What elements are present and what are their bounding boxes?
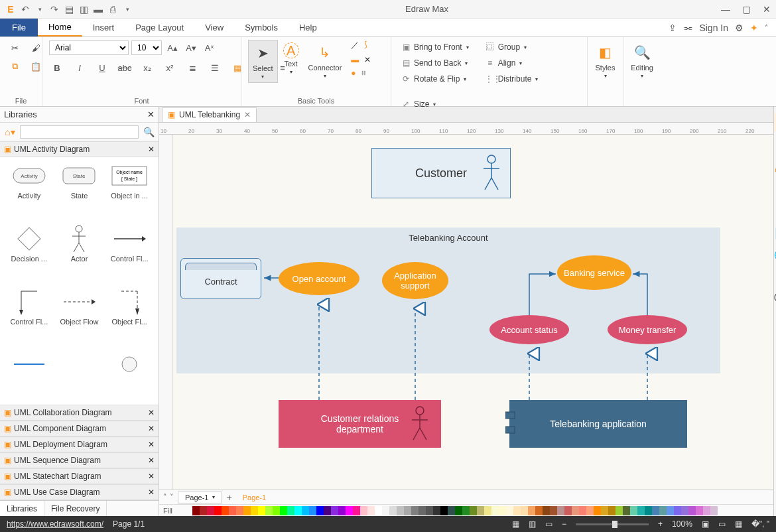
page-down-icon[interactable]: ˅	[170, 493, 174, 501]
tab-insert[interactable]: Insert	[82, 19, 125, 36]
tab-page-layout[interactable]: Page Layout	[125, 19, 194, 36]
shape-object-flow[interactable]: Object Flow	[56, 289, 103, 345]
shape-control-flow[interactable]: Control Fl...	[105, 226, 153, 282]
group-button[interactable]: ⿴Group▾	[482, 40, 541, 54]
node-app-support[interactable]: Application support	[382, 262, 448, 299]
library-search-input[interactable]	[20, 125, 139, 139]
page-tab[interactable]: Page-1▾	[178, 492, 222, 503]
canvas[interactable]: Customer Telebanking Account Contract Op…	[172, 135, 773, 490]
rotate-flip[interactable]: ⟳Rotate & Flip▾	[398, 72, 472, 86]
tab-view[interactable]: View	[194, 19, 234, 36]
undo-icon[interactable]: ↶	[20, 4, 31, 15]
shape-initial[interactable]	[105, 351, 153, 399]
distribute-button[interactable]: ⋮⋮Distribute▾	[482, 72, 541, 86]
copy-icon[interactable]: ⧉	[7, 58, 23, 74]
add-page-button[interactable]: +	[222, 492, 235, 503]
node-cust-relations[interactable]: Customer relations department	[279, 400, 441, 448]
collapse-ribbon-icon[interactable]: ˄	[765, 24, 768, 31]
align-button[interactable]: ≡Align▾	[482, 56, 541, 70]
view-normal-icon[interactable]: ▦	[512, 519, 519, 529]
styles-button[interactable]: ◧ Styles▾	[594, 40, 616, 82]
color-swatches[interactable]	[192, 506, 773, 515]
bring-to-front[interactable]: ▣Bring to Front▾	[398, 40, 472, 54]
libs-tab-recovery[interactable]: File Recovery	[44, 501, 107, 516]
line-shape-icon[interactable]: ／	[351, 40, 359, 51]
strike-button[interactable]: abc	[117, 60, 133, 76]
section-sequence[interactable]: ▣UML Sequence Diagram✕	[0, 452, 159, 468]
region-telebanking[interactable]: Telebanking Account	[176, 228, 720, 373]
gear-icon[interactable]: ⚙	[735, 23, 744, 33]
shape-hline[interactable]	[5, 351, 53, 399]
grid-icon[interactable]: ▦	[735, 519, 742, 529]
doc-tab[interactable]: ▣ UML Telebanking ✕	[162, 107, 257, 122]
superscript-button[interactable]: x²	[162, 60, 178, 76]
underline-button[interactable]: U	[94, 60, 110, 76]
search-icon[interactable]: 🔍	[141, 127, 156, 137]
section-uml-activity[interactable]: ▣UML Activity Diagram ✕	[0, 141, 159, 157]
format-painter-icon[interactable]: 🖌	[28, 40, 44, 56]
open-file-icon[interactable]: ▥	[78, 4, 89, 15]
decrease-font-icon[interactable]: A▾	[183, 40, 199, 56]
clear-format-icon[interactable]: Aˣ	[202, 40, 218, 56]
new-file-icon[interactable]: ▤	[64, 4, 74, 15]
shape-actor[interactable]: Actor	[56, 226, 103, 282]
qat-dropdown-icon[interactable]: ▾	[34, 4, 45, 15]
line-spacing-icon[interactable]: ≣	[184, 60, 200, 76]
section-statechart[interactable]: ▣UML Statechart Diagram✕	[0, 468, 159, 484]
editing-button[interactable]: 🔍 Editing▾	[630, 40, 654, 82]
bullets-icon[interactable]: ☰	[207, 60, 223, 76]
tab-home[interactable]: Home	[38, 19, 82, 36]
connector-tool[interactable]: ↳ Connector▾	[304, 40, 346, 82]
minimize-button[interactable]: —	[721, 4, 730, 15]
ellipse-shape-icon[interactable]: ●	[351, 68, 356, 78]
node-account-status[interactable]: Account status	[489, 315, 569, 344]
subscript-button[interactable]: x₂	[139, 60, 155, 76]
redo-icon[interactable]: ↷	[49, 4, 60, 15]
font-name-select[interactable]: Arial	[49, 40, 129, 55]
page-up-icon[interactable]: ˄	[163, 493, 167, 501]
fit-width-icon[interactable]: ▭	[718, 519, 726, 529]
node-customer[interactable]: Customer	[371, 148, 511, 198]
cut-icon[interactable]: ✂	[7, 40, 23, 56]
increase-font-icon[interactable]: A▴	[164, 40, 180, 56]
shape-decision[interactable]: Decision ...	[5, 226, 53, 282]
zoom-in-button[interactable]: +	[658, 519, 663, 529]
doc-tab-close-icon[interactable]: ✕	[244, 110, 251, 119]
node-open-account[interactable]: Open account	[279, 262, 359, 295]
export-icon[interactable]: ⇪	[669, 23, 677, 33]
section-close-icon[interactable]: ✕	[148, 145, 155, 154]
rect-shape-icon[interactable]: ▬	[351, 55, 359, 64]
zoom-slider[interactable]	[576, 523, 649, 525]
share-icon[interactable]: ⫘	[683, 23, 692, 33]
node-tele-app[interactable]: Telebanking application	[509, 400, 687, 448]
shape-activity[interactable]: ActivityActivity	[5, 163, 53, 219]
select-tool[interactable]: ➤ Select▾	[248, 40, 278, 83]
section-usecase[interactable]: ▣UML Use Case Diagram✕	[0, 484, 159, 500]
shape-control-flow2[interactable]: Control Fl...	[5, 289, 53, 345]
view-full-icon[interactable]: ▭	[545, 519, 552, 529]
sign-in-link[interactable]: Sign In	[699, 23, 728, 33]
shape-object[interactable]: Object name[ State ]Object in ...	[105, 163, 153, 219]
status-url[interactable]: https://www.edrawsoft.com/	[7, 519, 103, 529]
print-icon[interactable]: ⎙	[107, 4, 118, 15]
file-tab[interactable]: File	[0, 19, 38, 36]
home-icon[interactable]: ⌂▾	[3, 127, 17, 137]
shape-vline[interactable]	[56, 351, 103, 399]
send-to-back[interactable]: ▤Send to Back▾	[398, 56, 472, 70]
crop2-icon[interactable]: ⌗	[361, 68, 366, 78]
arc-shape-icon[interactable]: ⟆	[364, 40, 367, 51]
maximize-button[interactable]: ▢	[742, 4, 751, 15]
paste-icon[interactable]: 📋	[28, 58, 44, 74]
apps-icon[interactable]: ✦	[750, 23, 758, 33]
italic-button[interactable]: I	[72, 60, 88, 76]
node-money-transfer[interactable]: Money transfer	[608, 315, 687, 344]
tab-help[interactable]: Help	[289, 19, 328, 36]
save-icon[interactable]: ▬	[93, 4, 103, 15]
section-component[interactable]: ▣UML Component Diagram✕	[0, 421, 159, 436]
fit-page-icon[interactable]: ▣	[702, 519, 709, 529]
libs-tab-libraries[interactable]: Libraries	[0, 501, 44, 516]
node-contract[interactable]: Contract	[180, 258, 261, 299]
text-tool[interactable]: A Text▾	[279, 40, 303, 78]
shape-object-flow2[interactable]: Object Fl...	[105, 289, 153, 345]
bold-button[interactable]: B	[49, 60, 65, 76]
